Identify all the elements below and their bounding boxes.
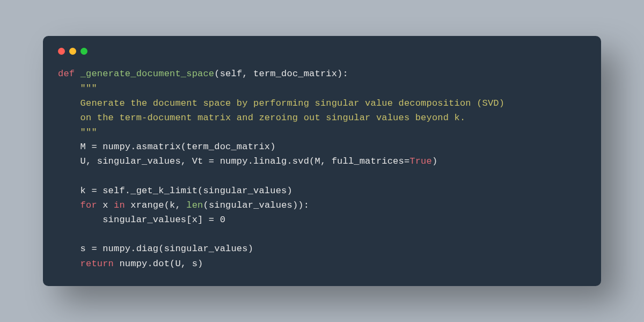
docstring-line: on the term-document matrix and zeroing … <box>80 113 466 123</box>
window-titlebar <box>58 48 586 55</box>
indent <box>58 127 80 137</box>
space <box>97 200 103 210</box>
maximize-icon[interactable] <box>80 48 87 55</box>
docstring-line: Generate the document space by performin… <box>80 98 505 108</box>
docstring-open: """ <box>80 83 97 93</box>
paren-open: ( <box>214 69 219 79</box>
code-block: def _generate_document_space(self, term_… <box>58 67 586 271</box>
indent <box>58 215 103 225</box>
indent <box>58 200 80 210</box>
indent <box>58 83 80 93</box>
space <box>108 200 114 210</box>
code-line: M = numpy.asmatrix(term_doc_matrix) <box>80 142 276 152</box>
space <box>75 69 80 79</box>
indent <box>58 244 80 254</box>
constant-true: True <box>409 156 432 166</box>
code-line: singular_values[x] = 0 <box>103 215 225 225</box>
indent <box>58 186 80 196</box>
indent <box>58 142 80 152</box>
space <box>125 200 130 210</box>
paren-close: ): <box>337 69 348 79</box>
code-line: numpy.dot(U, s) <box>119 259 203 269</box>
code-window: def _generate_document_space(self, term_… <box>43 36 601 286</box>
minimize-icon[interactable] <box>69 48 76 55</box>
indent <box>58 98 80 108</box>
params: self, term_doc_matrix <box>220 69 337 79</box>
indent <box>58 259 80 269</box>
keyword-def: def <box>58 69 75 79</box>
code-text: (singular_values)): <box>203 200 310 210</box>
code-line: s = numpy.diag(singular_values) <box>80 244 253 254</box>
code-text: xrange(k, <box>130 200 186 210</box>
keyword-in: in <box>114 200 125 210</box>
builtin-len: len <box>186 200 203 210</box>
indent <box>58 113 80 123</box>
keyword-return: return <box>80 259 114 269</box>
code-line: U, singular_values, Vt = numpy.linalg.sv… <box>80 156 410 166</box>
docstring-close: """ <box>80 127 97 137</box>
space <box>114 259 119 269</box>
code-line: k = self._get_k_limit(singular_values) <box>80 186 292 196</box>
function-name: _generate_document_space <box>80 69 215 79</box>
keyword-for: for <box>80 200 97 210</box>
indent <box>58 156 80 166</box>
var: x <box>103 200 108 210</box>
close-icon[interactable] <box>58 48 65 55</box>
paren-close: ) <box>432 156 437 166</box>
